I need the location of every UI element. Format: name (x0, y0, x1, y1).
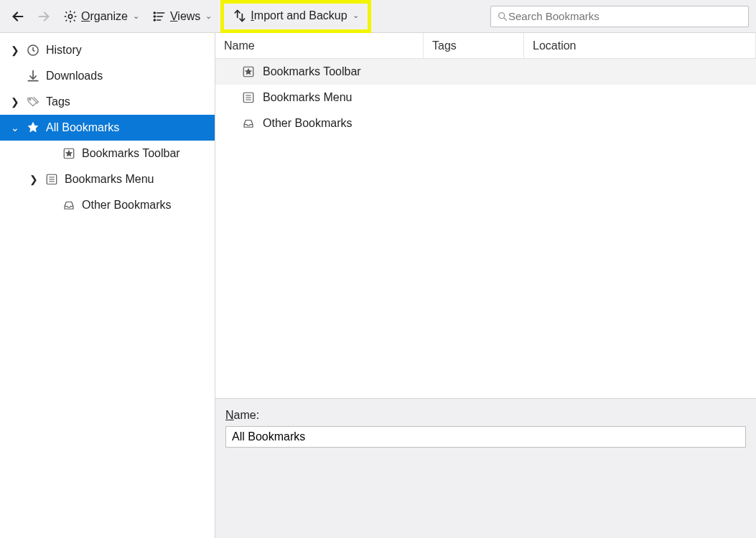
column-header-location[interactable]: Location (524, 33, 756, 58)
search-input[interactable] (508, 10, 742, 22)
sidebar-item-label: History (46, 44, 82, 57)
column-header-name[interactable]: Name (215, 33, 424, 58)
import-backup-menu[interactable]: Import and Backup ⌄ (228, 6, 363, 26)
caret-icon: ⌄ (205, 11, 212, 21)
svg-point-2 (154, 16, 155, 17)
list-pane: Name Tags Location Bookmarks Toolbar Boo… (215, 33, 756, 538)
tray-icon (241, 116, 256, 131)
gear-icon (63, 9, 78, 24)
views-label: Views (170, 10, 200, 23)
svg-point-3 (154, 19, 155, 21)
sidebar-item-bookmarks-menu[interactable]: ❯ Bookmarks Menu (0, 166, 215, 192)
views-menu[interactable]: Views ⌄ (148, 6, 216, 27)
list-icon (152, 9, 167, 24)
import-export-icon (233, 9, 247, 23)
svg-point-0 (68, 14, 72, 18)
tags-icon (26, 95, 40, 109)
sidebar-item-tags[interactable]: ❯ Tags (0, 89, 215, 115)
import-backup-label: Import and Backup (251, 9, 347, 22)
sidebar-item-label: Bookmarks Menu (65, 173, 154, 186)
search-box[interactable] (490, 6, 749, 27)
clock-icon (26, 43, 40, 57)
search-icon (497, 11, 508, 22)
column-headers: Name Tags Location (215, 33, 756, 59)
chevron-right-icon[interactable]: ❯ (10, 44, 20, 56)
sidebar-item-label: Bookmarks Toolbar (82, 147, 180, 160)
sidebar-item-label: Downloads (46, 70, 103, 82)
list-rows: Bookmarks Toolbar Bookmarks Menu Other B… (215, 59, 756, 398)
forward-button[interactable] (33, 6, 55, 27)
star-icon (26, 121, 40, 135)
arrow-left-icon (10, 9, 26, 24)
detail-name-label: Name: (225, 409, 746, 422)
sidebar-item-label: All Bookmarks (46, 121, 119, 134)
caret-icon: ⌄ (133, 11, 139, 21)
svg-point-6 (29, 99, 31, 100)
caret-icon: ⌄ (353, 11, 359, 20)
list-item-label: Bookmarks Toolbar (263, 65, 361, 78)
download-icon (26, 69, 40, 83)
svg-point-1 (154, 12, 155, 14)
toolbar: Organize ⌄ Views ⌄ Import and Backup ⌄ (0, 0, 756, 33)
list-row-other-bookmarks[interactable]: Other Bookmarks (215, 110, 756, 136)
list-item-label: Bookmarks Menu (263, 91, 353, 104)
sidebar-item-label: Tags (46, 95, 70, 108)
back-button[interactable] (7, 6, 29, 27)
chevron-right-icon[interactable]: ❯ (10, 96, 20, 108)
sidebar-item-label: Other Bookmarks (82, 199, 171, 212)
sidebar-item-bookmarks-toolbar[interactable]: Bookmarks Toolbar (0, 141, 215, 166)
organize-label: Organize (81, 10, 128, 23)
sidebar-tree: ❯ History Downloads ❯ Tags ⌄ All Bookmar… (0, 33, 215, 538)
tray-icon (62, 198, 76, 212)
chevron-down-icon[interactable]: ⌄ (10, 122, 20, 133)
column-header-tags[interactable]: Tags (424, 33, 524, 58)
star-box-icon (241, 65, 256, 79)
star-box-icon (62, 146, 76, 161)
list-item-label: Other Bookmarks (263, 117, 352, 130)
svg-point-4 (499, 12, 505, 18)
sidebar-item-downloads[interactable]: Downloads (0, 63, 215, 89)
menu-icon (45, 172, 59, 187)
detail-name-input[interactable] (225, 426, 746, 448)
menu-icon (241, 90, 256, 105)
import-backup-highlight: Import and Backup ⌄ (220, 0, 370, 33)
sidebar-item-history[interactable]: ❯ History (0, 37, 215, 63)
main-area: ❯ History Downloads ❯ Tags ⌄ All Bookmar… (0, 33, 756, 538)
sidebar-item-other-bookmarks[interactable]: Other Bookmarks (0, 192, 215, 218)
organize-menu[interactable]: Organize ⌄ (59, 6, 144, 27)
list-row-bookmarks-menu[interactable]: Bookmarks Menu (215, 85, 756, 110)
chevron-right-icon[interactable]: ❯ (29, 174, 39, 185)
sidebar-item-all-bookmarks[interactable]: ⌄ All Bookmarks (0, 115, 215, 141)
detail-pane: Name: (215, 398, 756, 538)
list-row-bookmarks-toolbar[interactable]: Bookmarks Toolbar (215, 59, 756, 85)
arrow-right-icon (36, 9, 52, 24)
